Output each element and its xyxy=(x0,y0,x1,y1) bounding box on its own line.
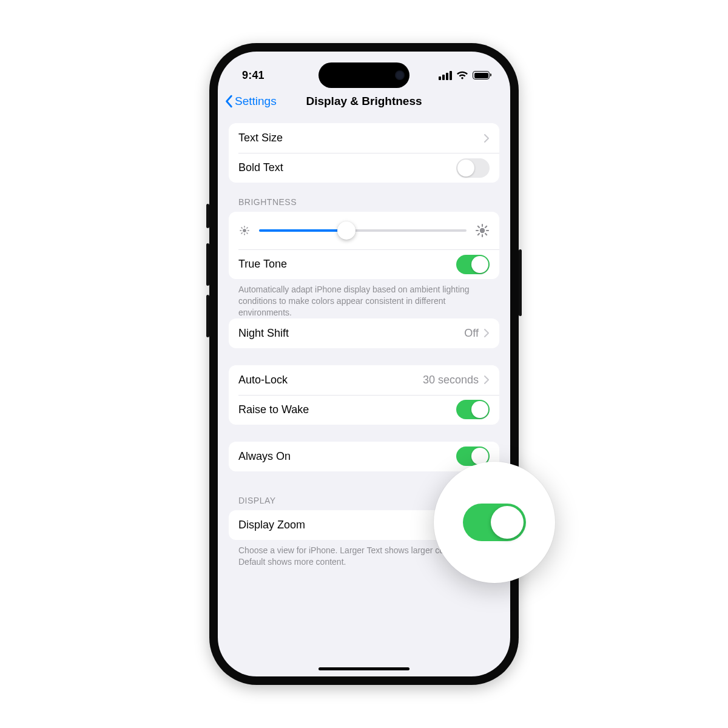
back-button[interactable]: Settings xyxy=(225,87,277,116)
bold-text-toggle[interactable] xyxy=(456,158,490,178)
lock-group: Auto-Lock 30 seconds Raise to Wake xyxy=(229,365,499,425)
side-button xyxy=(206,204,209,228)
text-size-label: Text Size xyxy=(238,132,484,144)
chevron-right-icon xyxy=(484,133,490,143)
svg-line-5 xyxy=(241,228,242,228)
true-tone-toggle[interactable] xyxy=(456,255,490,274)
svg-line-16 xyxy=(478,234,479,235)
night-shift-label: Night Shift xyxy=(238,327,464,340)
sun-max-icon xyxy=(475,223,490,238)
home-indicator xyxy=(318,667,410,670)
raise-to-wake-toggle[interactable] xyxy=(456,400,490,419)
always-on-row: Always On xyxy=(229,442,499,471)
always-on-magnifier xyxy=(434,462,555,583)
screen: 9:41 Settings Display & Brightness T xyxy=(218,52,510,676)
wifi-icon xyxy=(456,71,468,80)
night-shift-row[interactable]: Night Shift Off xyxy=(229,318,499,348)
chevron-left-icon xyxy=(225,95,234,108)
bold-text-label: Bold Text xyxy=(238,161,456,174)
night-shift-value: Off xyxy=(464,327,479,340)
dynamic-island xyxy=(318,62,410,88)
section-header-brightness: BRIGHTNESS xyxy=(229,183,499,212)
svg-point-0 xyxy=(243,229,246,232)
svg-line-7 xyxy=(241,233,242,234)
text-size-row[interactable]: Text Size xyxy=(229,123,499,153)
svg-line-8 xyxy=(247,228,248,228)
brightness-slider-row xyxy=(229,212,499,249)
svg-point-9 xyxy=(480,228,485,233)
cellular-icon xyxy=(439,71,452,80)
svg-line-15 xyxy=(485,234,487,235)
auto-lock-label: Auto-Lock xyxy=(238,374,423,386)
brightness-group: True Tone xyxy=(229,212,499,279)
display-zoom-label: Display Zoom xyxy=(238,519,444,531)
always-on-toggle-zoom xyxy=(463,504,526,541)
brightness-slider[interactable] xyxy=(259,221,467,240)
night-shift-group: Night Shift Off xyxy=(229,318,499,348)
chevron-right-icon xyxy=(484,375,490,385)
volume-up-button xyxy=(206,243,209,286)
battery-icon xyxy=(473,71,490,79)
back-label: Settings xyxy=(235,95,277,108)
text-group: Text Size Bold Text xyxy=(229,123,499,183)
always-on-group: Always On xyxy=(229,442,499,471)
auto-lock-row[interactable]: Auto-Lock 30 seconds xyxy=(229,365,499,395)
svg-line-17 xyxy=(485,226,487,228)
chevron-right-icon xyxy=(484,328,490,338)
svg-line-14 xyxy=(478,226,479,228)
auto-lock-value: 30 seconds xyxy=(423,374,479,386)
volume-down-button xyxy=(206,295,209,337)
raise-to-wake-row: Raise to Wake xyxy=(229,395,499,425)
section-footer-brightness: Automatically adapt iPhone display based… xyxy=(229,279,499,318)
nav-bar: Settings Display & Brightness xyxy=(218,87,510,116)
status-time: 9:41 xyxy=(242,69,265,82)
sun-min-icon xyxy=(238,224,251,237)
bold-text-row: Bold Text xyxy=(229,153,499,183)
camera-dot xyxy=(395,70,405,80)
svg-line-6 xyxy=(247,233,248,234)
power-button xyxy=(519,249,522,316)
true-tone-row: True Tone xyxy=(229,249,499,279)
content: Text Size Bold Text BRIGHTNESS xyxy=(218,116,510,676)
raise-to-wake-label: Raise to Wake xyxy=(238,403,456,416)
page-title: Display & Brightness xyxy=(306,95,422,108)
always-on-label: Always On xyxy=(238,450,456,463)
true-tone-label: True Tone xyxy=(238,258,456,271)
phone-frame: 9:41 Settings Display & Brightness T xyxy=(209,43,519,685)
